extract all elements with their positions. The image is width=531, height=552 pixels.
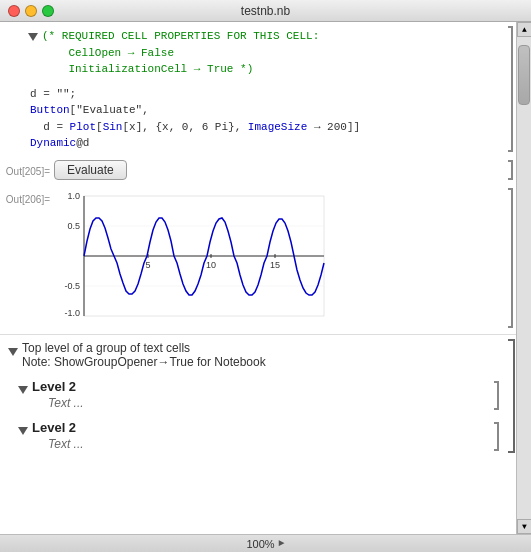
svg-text:-1.0: -1.0 xyxy=(64,308,80,318)
out205-label-col: Out[205]= xyxy=(0,162,52,177)
window-title: testnb.nb xyxy=(241,4,290,18)
title-bar: testnb.nb xyxy=(0,0,531,22)
code-line-4: Dynamic@d xyxy=(30,135,494,152)
svg-text:10: 10 xyxy=(206,260,216,270)
cell-group-opener[interactable] xyxy=(28,28,38,38)
sin-plot: 1.0 0.5 -0.5 -1.0 5 10 15 xyxy=(54,188,344,328)
text-group-content: Top level of a group of text cells Note:… xyxy=(0,337,502,455)
level2b-content: Level 2 Text ... xyxy=(0,418,488,455)
out205-content: Evaluate xyxy=(52,156,502,184)
out206-cell: Out[206]= xyxy=(0,184,516,332)
level2b-header-row: Level 2 xyxy=(0,418,488,435)
section-divider xyxy=(0,334,516,335)
out206-content: 1.0 0.5 -0.5 -1.0 5 10 15 xyxy=(52,184,502,332)
code-line-2: Button["Evaluate", xyxy=(30,102,494,119)
scroll-up-button[interactable]: ▲ xyxy=(517,22,531,37)
level2a-opener[interactable] xyxy=(18,381,28,391)
out206-label: Out[206]= xyxy=(6,194,50,205)
out205-label: Out[205]= xyxy=(6,166,50,177)
maximize-button[interactable] xyxy=(42,5,54,17)
level2a-header-row: Level 2 xyxy=(0,377,488,394)
level2a-section: Level 2 Text ... xyxy=(0,377,502,414)
required-comment-line2: CellOpen → False xyxy=(42,45,319,62)
level2b-section: Level 2 Text ... xyxy=(0,418,502,455)
out205-cell: Out[205]= Evaluate xyxy=(0,156,516,184)
minimize-button[interactable] xyxy=(25,5,37,17)
zoom-arrow[interactable]: ► xyxy=(279,538,285,549)
triangle-icon-2 xyxy=(18,386,28,394)
status-bar: 100% ► xyxy=(0,534,531,552)
code-line-3: d = Plot[Sin[x], {x, 0, 6 Pi}, ImageSize… xyxy=(30,119,494,136)
required-comment-line1: (* REQUIRED CELL PROPERTIES FOR THIS CEL… xyxy=(42,28,319,45)
scroll-track xyxy=(517,37,531,519)
main-area: (* REQUIRED CELL PROPERTIES FOR THIS CEL… xyxy=(0,22,531,534)
required-comment-line3: InitializationCell → True *) xyxy=(42,61,319,78)
zoom-level: 100% xyxy=(246,538,274,550)
text-group-note: Note: ShowGroupOpener→True for Notebook xyxy=(0,355,502,373)
level2b-label: Level 2 xyxy=(32,420,76,435)
svg-text:1.0: 1.0 xyxy=(67,191,80,201)
svg-text:5: 5 xyxy=(145,260,150,270)
evaluate-button[interactable]: Evaluate xyxy=(54,160,127,180)
code-block: d = ""; Button["Evaluate", d = Plot[Sin[… xyxy=(0,82,502,156)
level2b-bracket[interactable] xyxy=(488,418,502,455)
level2a-label: Level 2 xyxy=(32,379,76,394)
window-controls[interactable] xyxy=(8,5,54,17)
triangle-down-icon xyxy=(8,348,18,356)
level2b-text: Text ... xyxy=(0,435,488,455)
close-button[interactable] xyxy=(8,5,20,17)
svg-text:-0.5: -0.5 xyxy=(64,281,80,291)
required-cell-content: (* REQUIRED CELL PROPERTIES FOR THIS CEL… xyxy=(0,22,502,156)
scrollbar: ▲ ▼ xyxy=(516,22,531,534)
level2a-text: Text ... xyxy=(0,394,488,414)
level2a-bracket[interactable] xyxy=(488,377,502,414)
cell-bracket-2[interactable] xyxy=(502,156,516,184)
text-group-section: Top level of a group of text cells Note:… xyxy=(0,337,516,455)
out206-label-col: Out[206]= xyxy=(0,184,52,205)
notebook[interactable]: (* REQUIRED CELL PROPERTIES FOR THIS CEL… xyxy=(0,22,516,534)
triangle-icon-3 xyxy=(18,427,28,435)
bottom-spacer xyxy=(0,455,516,475)
required-cell: (* REQUIRED CELL PROPERTIES FOR THIS CEL… xyxy=(0,22,502,82)
scroll-thumb[interactable] xyxy=(518,45,530,105)
level2b-opener[interactable] xyxy=(18,422,28,432)
text-group-bracket[interactable] xyxy=(502,337,516,455)
code-line-1: d = ""; xyxy=(30,86,494,103)
cell-bracket-1[interactable] xyxy=(502,22,516,156)
required-cell-section: (* REQUIRED CELL PROPERTIES FOR THIS CEL… xyxy=(0,22,516,156)
cell-bracket-3[interactable] xyxy=(502,184,516,332)
text-group-header-row: Top level of a group of text cells xyxy=(0,337,502,355)
level2a-content: Level 2 Text ... xyxy=(0,377,488,414)
svg-text:0.5: 0.5 xyxy=(67,221,80,231)
status-bar-content: 100% ► xyxy=(246,538,284,550)
text-group-opener[interactable] xyxy=(8,343,18,353)
svg-text:15: 15 xyxy=(270,260,280,270)
scroll-down-button[interactable]: ▼ xyxy=(517,519,531,534)
triangle-icon xyxy=(28,33,38,41)
text-group-header: Top level of a group of text cells xyxy=(22,341,190,355)
